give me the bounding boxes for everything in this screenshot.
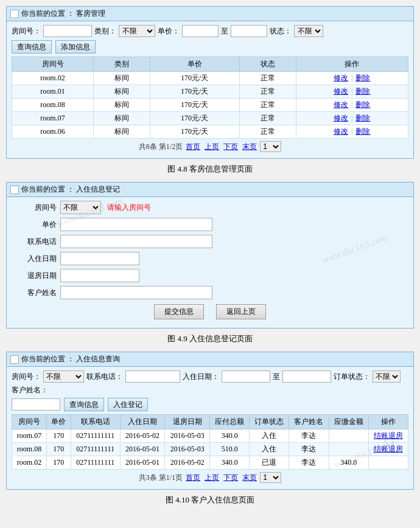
s3-query-button[interactable]: 查询信息 [64, 398, 104, 411]
col-header: 联系电话 [71, 415, 120, 429]
cell-actions: 修改 | 删除 [296, 112, 408, 125]
status-label: 状态： [270, 26, 292, 36]
status-select[interactable]: 不限 正常 维修 [294, 25, 323, 37]
form-checkout-input[interactable] [60, 269, 139, 282]
edit-link[interactable]: 修改 [334, 100, 348, 109]
price-min-input[interactable] [182, 25, 219, 37]
delete-link[interactable]: 删除 [355, 87, 370, 96]
cell-category: 标间 [94, 85, 150, 99]
cell-room: room.02 [12, 456, 47, 470]
s3-checkin-to-input[interactable] [282, 370, 331, 383]
sep: | [351, 114, 352, 122]
cell-room: room.07 [12, 112, 94, 125]
col-header: 应缴金额 [329, 415, 368, 429]
checkin-table: 房间号单价联系电话入住日期退房日期应付总额订单状态客户姓名应缴金额操作 room… [12, 414, 408, 470]
col-price: 单价 [150, 57, 239, 72]
cell-price: 170元/天 [150, 112, 239, 125]
guest-form-row: 客户姓名 [12, 286, 408, 299]
phone-form-row: 联系电话 [12, 235, 408, 248]
section3-pagination: 共3条 第1/1页 首页 上页 下页 末页 1 [12, 470, 408, 485]
s3-guest-input[interactable] [12, 398, 60, 411]
category-label: 类别： [94, 26, 116, 36]
section3-title-text: 你当前的位置 ： 入住信息查询 [21, 354, 120, 364]
col-status: 状态 [239, 57, 296, 72]
cell-checkin: 2016-05-01 [120, 443, 165, 456]
s3-order-status-label: 订单状态： [334, 372, 370, 382]
cell-actions: 修改 | 删除 [296, 125, 408, 139]
section3-search-row1: 房间号： 不限 room.01 room.02 room.07 room.08 … [12, 370, 408, 395]
cell-paid: 340.0 [329, 456, 368, 470]
price-max-input[interactable] [231, 25, 267, 37]
add-info-button[interactable]: 添加信息 [55, 40, 96, 54]
edit-link[interactable]: 修改 [334, 127, 348, 136]
sep: | [351, 100, 352, 109]
cell-price: 170元/天 [150, 85, 239, 99]
section3-titlebar: 你当前的位置 ： 入住信息查询 [7, 352, 413, 367]
delete-link[interactable]: 删除 [355, 74, 370, 82]
edit-link[interactable]: 修改 [334, 114, 348, 122]
s3-first-page[interactable]: 首页 [186, 473, 200, 482]
form-room-label: 房间号 [18, 203, 60, 213]
edit-link[interactable]: 修改 [334, 74, 348, 82]
checkout-form-row: 退房日期 [12, 269, 408, 282]
s3-order-status-select[interactable]: 不限 入住 已退 [373, 370, 401, 383]
col-header: 客户姓名 [289, 415, 329, 429]
col-action: 操作 [296, 57, 408, 72]
delete-link[interactable]: 删除 [355, 127, 370, 136]
titlebar-icon [10, 10, 19, 18]
cell-status: 入住 [250, 429, 289, 443]
back-button[interactable]: 返回上页 [216, 304, 266, 319]
query-info-button[interactable]: 查询信息 [12, 40, 52, 54]
s3-checkin-button[interactable]: 入住登记 [108, 398, 148, 411]
form-guest-input[interactable] [60, 286, 212, 299]
form-checkin-label: 入住日期 [18, 254, 60, 264]
col-header: 应付总额 [210, 415, 250, 429]
col-header: 退房日期 [165, 415, 210, 429]
delete-link[interactable]: 删除 [355, 100, 370, 109]
s3-next-page[interactable]: 下页 [223, 473, 238, 482]
table-row: room.02 170 02711111111 2016-05-01 2016-… [12, 456, 408, 470]
s3-page-select[interactable]: 1 [260, 472, 281, 483]
cell-status: 已退 [250, 456, 289, 470]
form-guest-label: 客户姓名 [18, 288, 60, 298]
prev-page-link[interactable]: 上页 [205, 142, 219, 151]
form-phone-input[interactable] [60, 235, 212, 248]
s3-guest-label: 客户姓名： [12, 385, 48, 395]
room-hint: 请输入房间号 [107, 203, 151, 213]
cell-op: 结账退房 [368, 443, 408, 456]
s3-last-page[interactable]: 末页 [242, 473, 257, 482]
next-page-link[interactable]: 下页 [223, 142, 238, 151]
section2-caption: 图 4.9 入住信息登记页面 [6, 333, 414, 344]
form-price-input[interactable] [60, 218, 212, 231]
cell-phone: 02711111111 [71, 443, 120, 456]
category-select[interactable]: 不限 标间 大床房 套房 [119, 25, 155, 37]
room-label: 房间号： [12, 26, 41, 36]
submit-button[interactable]: 提交信息 [154, 304, 204, 319]
cell-status: 正常 [239, 85, 296, 99]
cell-total: 340.0 [210, 429, 250, 443]
s3-prev-page[interactable]: 上页 [205, 473, 219, 482]
col-header: 房间号 [12, 415, 47, 429]
cell-room: room.06 [12, 125, 94, 139]
cell-paid [329, 429, 368, 443]
checkout-link[interactable]: 结账退房 [374, 445, 403, 453]
edit-link[interactable]: 修改 [334, 87, 348, 96]
form-room-select[interactable]: 不限 room.01 room.02 room.07 room.08 [60, 201, 101, 214]
first-page-link[interactable]: 首页 [186, 142, 200, 151]
last-page-link[interactable]: 末页 [242, 142, 257, 151]
cell-price: 170元/天 [150, 125, 239, 139]
cell-checkin: 2016-05-01 [120, 456, 165, 470]
s3-checkin-input[interactable] [222, 370, 270, 383]
cell-room: room.08 [12, 99, 94, 112]
delete-link[interactable]: 删除 [355, 114, 370, 122]
s3-phone-input[interactable] [125, 370, 180, 383]
s3-room-select[interactable]: 不限 room.01 room.02 room.07 room.08 [43, 370, 84, 383]
section1-caption: 图 4.8 客房信息管理页面 [6, 164, 414, 175]
form-checkin-input[interactable] [60, 252, 139, 265]
section2-titlebar: 你当前的位置 ： 入住信息登记 [7, 182, 413, 197]
cell-room: room.08 [12, 443, 47, 456]
room-input[interactable] [43, 25, 92, 37]
page-select[interactable]: 1 2 [260, 141, 281, 152]
checkout-link[interactable]: 结账退房 [374, 431, 403, 440]
cell-checkin: 2016-05-02 [120, 429, 165, 443]
